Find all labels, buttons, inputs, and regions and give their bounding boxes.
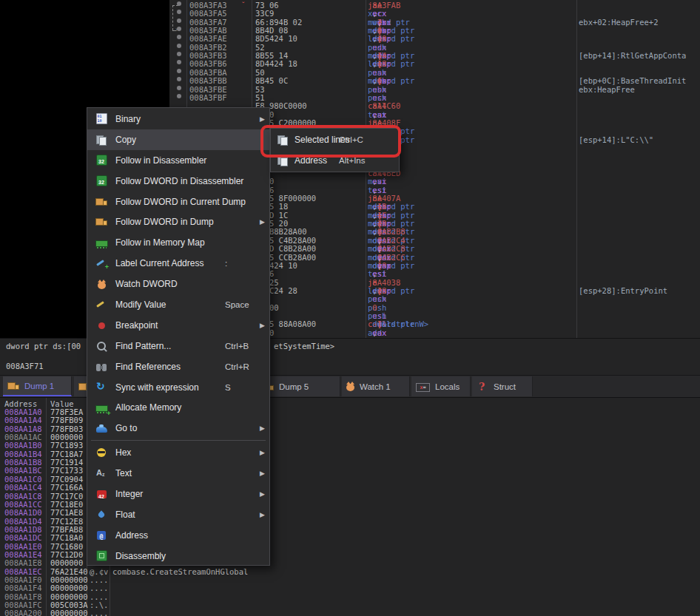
menu-item-copy[interactable]: Copy — [87, 129, 269, 150]
breakpoint-dot[interactable] — [177, 94, 181, 98]
menu-item-label: Follow DWORD in Dump — [115, 217, 214, 227]
breakpoint-dot[interactable] — [177, 44, 181, 48]
menu-item-shortcut: Ctrl+B — [225, 342, 249, 351]
disasm-instruction: xor ecx,ecx — [368, 10, 372, 18]
menu-item-find-pattern[interactable]: Find Pattern...Ctrl+B — [87, 336, 269, 356]
disasm-row[interactable]: 008A3FBE53push ebxebx:HeapFree — [169, 86, 700, 95]
menu-icon-slot — [93, 217, 110, 227]
menu-item-float[interactable]: Float▶ — [87, 504, 269, 525]
disasm-address: 008A3FBF — [189, 94, 227, 102]
cat-icon — [346, 384, 354, 391]
breakpoint-dot[interactable] — [177, 69, 181, 73]
disasm-address: 008A3FBB — [189, 77, 227, 85]
menu-item-label: Copy — [115, 135, 136, 145]
breakpoint-dot[interactable] — [177, 60, 181, 64]
submenu-item-address[interactable]: AddressAlt+Ins — [271, 150, 399, 171]
menu-item-shortcut: Space — [225, 300, 249, 309]
submenu-icon-slot — [275, 155, 290, 166]
jump-taken-icon: ˇ — [241, 1, 245, 10]
disasm-row[interactable]: 008A3FB68D4424 18lea eax,dword ptr ss:[e… — [169, 60, 700, 69]
info-expression-left: dword ptr ds:[00 — [6, 342, 81, 351]
menu-item-find-references[interactable]: Find ReferencesCtrl+R — [87, 356, 269, 377]
dump-value: 77C166A — [50, 484, 83, 492]
menu-item-label: Disassembly — [115, 551, 166, 561]
dump-value: 0000000 — [50, 559, 83, 567]
copy-submenu: Selected linesCtrl+CAddressAlt+Ins — [270, 128, 400, 172]
disasm-row[interactable]: 008A3FAB8B4D 08mov ecx,dword ptr ss:[ebp… — [169, 27, 700, 35]
menu-icon-slot — [93, 175, 110, 186]
menu-item-shortcut: Ctrl+R — [225, 362, 249, 371]
menu-item-label: Label Current Address — [115, 258, 203, 268]
menu-icon-slot — [93, 280, 110, 289]
menu-item-breakpoint[interactable]: Breakpoint▶ — [87, 315, 269, 336]
disasm-comment: ebx+02:HeapFree+2 — [579, 18, 658, 27]
disasm-bytes: 33C9 — [255, 10, 274, 18]
breakpoint-dot[interactable] — [177, 27, 181, 31]
menu-item-binary[interactable]: Binary▶ — [87, 109, 269, 129]
disasm-row[interactable]: 008A3FA766:894B 02mov word ptr ds:[ebx+2… — [169, 18, 700, 27]
menu-item-modify-value[interactable]: Modify ValueSpace — [87, 294, 269, 315]
menu-item-text[interactable]: Text▶ — [87, 463, 269, 484]
pages-icon — [277, 135, 289, 145]
menu-item-follow-dword-in-dump[interactable]: Follow DWORD in Dump▶ — [87, 211, 269, 232]
menu-item-label: Address — [115, 530, 148, 541]
disasm-row[interactable]: 008A3FBF51push ecx — [169, 94, 700, 103]
breakpoint-dot[interactable] — [177, 77, 181, 81]
menu-item-follow-in-memory-map[interactable]: Follow in Memory Map — [87, 232, 269, 253]
integer-icon — [97, 490, 107, 498]
menu-icon-slot — [93, 531, 110, 540]
submenu-item-shortcut: Alt+Ins — [339, 156, 365, 165]
disasm-comment: [esp+28]:EntryPoint — [579, 287, 667, 295]
tab-locals[interactable]: Locals — [411, 376, 471, 396]
breakpoint-dot[interactable] — [177, 86, 181, 90]
chip32-icon — [96, 175, 107, 186]
submenu-arrow-icon: ▶ — [260, 449, 265, 456]
menu-item-follow-in-disassembler[interactable]: Follow in Disassembler — [87, 150, 269, 171]
menu-item-integer[interactable]: Integer▶ — [87, 484, 269, 504]
menu-item-sync-with-expression[interactable]: Sync with expressionS — [87, 377, 269, 398]
breakpoint-dot[interactable] — [177, 1, 181, 6]
disasm-bytes: 8B45 0C — [255, 77, 288, 85]
dump-ascii: .... — [90, 584, 108, 592]
dump-address: 008AA1F4 — [4, 584, 42, 592]
tab-struct[interactable]: Struct — [472, 376, 533, 396]
disasm-instruction: test esi,esi — [368, 270, 372, 278]
menu-item-watch-dword[interactable]: Watch DWORD — [87, 274, 269, 294]
menu-item-label: Sync with expression — [115, 382, 199, 393]
menu-item-follow-dword-in-current-dump[interactable]: Follow DWORD in Current Dump — [87, 192, 269, 212]
menu-item-label: Follow in Disassembler — [115, 155, 206, 166]
breakpoint-dot[interactable] — [177, 18, 181, 23]
menu-item-label: Integer — [115, 489, 143, 499]
info-expression-right: etSystemTime> — [274, 342, 334, 351]
submenu-item-label: Address — [295, 155, 327, 166]
menu-item-disassembly[interactable]: Disassembly — [87, 546, 269, 566]
dump-value: 00000000 — [50, 609, 88, 616]
breakpoint-dot[interactable] — [177, 10, 181, 14]
menu-icon-slot — [93, 510, 110, 520]
breakpoint-dot[interactable] — [177, 35, 181, 39]
menu-item-allocate-memory[interactable]: Allocate Memory — [87, 397, 269, 418]
menu-item-label: Breakpoint — [115, 320, 158, 331]
breakpoint-dot[interactable] — [177, 52, 181, 56]
menu-item-label: Go to — [115, 423, 137, 433]
tab-watch-1[interactable]: Watch 1 — [342, 376, 410, 396]
tab-label: Watch 1 — [360, 382, 391, 391]
menu-icon-slot — [93, 238, 110, 247]
menu-item-label-current-address[interactable]: Label Current Address: — [87, 253, 269, 274]
menu-icon-slot — [93, 403, 110, 412]
disasm-row[interactable]: 008A3FAE8D5424 10lea edx,dword ptr ss:[e… — [169, 35, 700, 44]
truck-icon — [95, 217, 107, 227]
disasm-row[interactable]: 008A3FB38B55 14mov edx,dword ptr ss:[ebp… — [169, 52, 700, 61]
info-current-address: 008A3F71 — [6, 362, 44, 370]
tab-dump-1[interactable]: Dump 1 — [3, 376, 72, 396]
menu-icon-slot — [93, 424, 110, 433]
menu-item-go-to[interactable]: Go to▶ — [87, 418, 269, 439]
menu-item-follow-dword-in-disassembler[interactable]: Follow DWORD in Disassembler — [87, 171, 269, 192]
dump-row[interactable]: 008AA20000000000.... — [0, 609, 700, 616]
cat-icon — [98, 282, 106, 289]
disasm-row[interactable]: 008A3FA373 06ˇjae 8A3FAB — [169, 1, 700, 10]
submenu-item-selected-lines[interactable]: Selected linesCtrl+C — [271, 129, 399, 150]
menu-item-hex[interactable]: Hex▶ — [87, 442, 269, 463]
menu-item-address[interactable]: Address — [87, 525, 269, 546]
menu-item-label: Follow DWORD in Current Dump — [115, 197, 246, 207]
